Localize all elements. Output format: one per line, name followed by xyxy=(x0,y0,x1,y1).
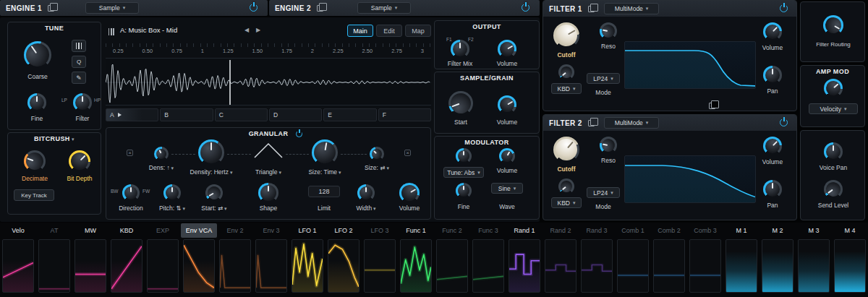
next-sample-arrow-icon[interactable]: ▶ xyxy=(256,27,260,33)
tune-edit-button[interactable] xyxy=(72,72,86,84)
bit-depth-knob[interactable] xyxy=(69,150,90,172)
mod-source-display-comb-1[interactable] xyxy=(617,239,649,293)
filter2-pan-knob[interactable] xyxy=(763,180,782,199)
filter-mix-knob[interactable] xyxy=(451,40,469,59)
filter2-kbd-dropdown[interactable]: KBD xyxy=(551,197,582,208)
engine2-type-dropdown[interactable]: Sample xyxy=(357,2,411,14)
filters-copy-icon[interactable] xyxy=(709,103,715,109)
modulator-fine-knob[interactable] xyxy=(456,183,472,199)
key-track-button[interactable]: Key Track xyxy=(14,189,54,201)
mod-source-label-velo[interactable]: Velo xyxy=(0,223,36,238)
amp-mod-source-dropdown[interactable]: Velocity xyxy=(809,103,858,114)
mod-source-display-rand-1[interactable] xyxy=(509,239,540,293)
grain-shape-display[interactable] xyxy=(254,142,283,158)
tab-main[interactable]: Main xyxy=(347,25,373,37)
mod-source-display-m-3[interactable] xyxy=(798,239,830,293)
mod-source-mw[interactable]: MW xyxy=(72,223,109,297)
mod-source-display-at[interactable] xyxy=(38,239,70,293)
sample-grain-volume-knob[interactable] xyxy=(498,95,516,114)
mod-source-env-vca[interactable]: Env VCA xyxy=(181,223,217,297)
prev-sample-arrow-icon[interactable]: ◀ xyxy=(244,27,249,33)
tune-q-button[interactable]: Q xyxy=(72,56,86,68)
mod-source-label-lfo-2[interactable]: LFO 2 xyxy=(326,223,362,238)
mod-source-display-velo[interactable] xyxy=(2,239,34,293)
mod-source-display-exp[interactable] xyxy=(147,239,179,293)
engine2-power-button[interactable] xyxy=(522,4,529,12)
filter2-mode-dropdown[interactable]: MultiMode xyxy=(604,117,659,129)
mod-source-label-m-4[interactable]: M 4 xyxy=(832,223,868,238)
mod-source-label-kbd[interactable]: KBD xyxy=(109,223,145,238)
grain-limit-value[interactable]: 128 xyxy=(308,186,340,197)
sample-waveform[interactable] xyxy=(106,58,431,106)
mod-source-display-comb-2[interactable] xyxy=(653,239,685,293)
mod-source-kbd[interactable]: KBD xyxy=(109,223,145,297)
mod-source-label-rand-3[interactable]: Rand 3 xyxy=(579,223,615,238)
filter1-pan-knob[interactable] xyxy=(763,66,782,85)
filter2-power-button[interactable] xyxy=(780,119,788,126)
sample-segment-A[interactable]: A xyxy=(106,108,158,121)
grain-pitch-knob[interactable] xyxy=(163,184,181,202)
grain-pitch-label[interactable]: Pitch: ⇅ xyxy=(150,205,194,212)
sample-segment-C[interactable]: C xyxy=(215,108,268,121)
mod-source-display-m-1[interactable] xyxy=(726,239,757,293)
mod-source-display-rand-3[interactable] xyxy=(581,239,613,293)
amp-mod-velocity-knob[interactable] xyxy=(824,79,843,98)
filter1-copy-icon[interactable] xyxy=(588,6,595,12)
grain-width-knob[interactable] xyxy=(357,184,375,202)
mod-source-at[interactable]: AT xyxy=(36,223,72,297)
mod-source-rand-2[interactable]: Rand 2 xyxy=(542,223,579,297)
mod-source-display-lfo-3[interactable] xyxy=(364,239,396,293)
tab-map[interactable]: Map xyxy=(405,25,431,37)
engine2-copy-icon[interactable] xyxy=(317,5,323,12)
filter-routing-knob[interactable] xyxy=(823,15,843,35)
voice-pan-knob[interactable] xyxy=(824,142,843,161)
filter1-mode-dropdown[interactable]: MultiMode xyxy=(604,3,659,14)
mod-source-label-lfo-1[interactable]: LFO 1 xyxy=(289,223,326,238)
granular-mod-slot-right[interactable] xyxy=(404,150,411,156)
send-level-knob[interactable] xyxy=(824,180,843,199)
modulator-wave-dropdown[interactable]: Sine xyxy=(491,183,523,194)
sample-segment-F[interactable]: F xyxy=(378,108,431,121)
mod-source-display-mw[interactable] xyxy=(75,239,106,293)
coarse-knob[interactable] xyxy=(24,41,51,69)
granular-mod-slot-left[interactable] xyxy=(127,150,133,156)
sample-segment-E[interactable]: E xyxy=(323,108,376,121)
mod-source-display-kbd[interactable] xyxy=(111,239,142,293)
decimate-knob[interactable] xyxy=(24,150,46,172)
mod-source-comb-1[interactable]: Comb 1 xyxy=(615,223,651,297)
mod-source-velo[interactable]: Velo xyxy=(0,223,36,297)
engine1-type-dropdown[interactable]: Sample xyxy=(85,2,139,14)
filter2-reso-knob[interactable] xyxy=(600,137,617,154)
mod-source-lfo-1[interactable]: LFO 1 xyxy=(289,223,326,297)
mod-source-label-rand-2[interactable]: Rand 2 xyxy=(542,223,579,238)
grain-size-time-label[interactable]: Size: Time xyxy=(303,168,346,176)
tune-filter-knob[interactable] xyxy=(73,93,92,112)
grain-shape-knob[interactable] xyxy=(258,183,278,203)
engine1-copy-icon[interactable] xyxy=(48,5,54,12)
mod-source-label-m-1[interactable]: M 1 xyxy=(723,223,760,238)
engine1-power-button[interactable] xyxy=(250,4,258,12)
grain-size-label[interactable]: Size: ⇄ xyxy=(355,164,399,171)
mod-source-display-func-1[interactable] xyxy=(400,239,432,293)
mod-source-display-comb-3[interactable] xyxy=(689,239,721,293)
mod-source-func-3[interactable]: Func 3 xyxy=(470,223,506,297)
mod-source-display-lfo-2[interactable] xyxy=(328,239,359,293)
mod-source-display-m-2[interactable] xyxy=(762,239,793,293)
mod-source-rand-1[interactable]: Rand 1 xyxy=(506,223,542,297)
filter1-curve-display[interactable] xyxy=(624,41,756,89)
modulator-volume-knob[interactable] xyxy=(499,148,515,164)
grain-direction-knob[interactable] xyxy=(122,184,140,202)
filter1-reso-knob[interactable] xyxy=(600,22,617,40)
mod-source-comb-2[interactable]: Comb 2 xyxy=(651,223,687,297)
mod-source-comb-3[interactable]: Comb 3 xyxy=(687,223,723,297)
mod-source-lfo-2[interactable]: LFO 2 xyxy=(326,223,362,297)
filter2-volume-knob[interactable] xyxy=(763,137,782,155)
fine-knob[interactable] xyxy=(27,93,46,112)
filter1-kbd-dropdown[interactable]: KBD xyxy=(551,83,582,94)
granular-power-button[interactable] xyxy=(296,131,302,137)
sample-grain-start-knob[interactable] xyxy=(448,91,473,116)
mod-source-label-rand-1[interactable]: Rand 1 xyxy=(506,223,542,238)
filter1-cutoff-knob[interactable] xyxy=(553,22,579,48)
mod-source-rand-3[interactable]: Rand 3 xyxy=(579,223,615,297)
mod-source-label-comb-3[interactable]: Comb 3 xyxy=(687,223,723,238)
